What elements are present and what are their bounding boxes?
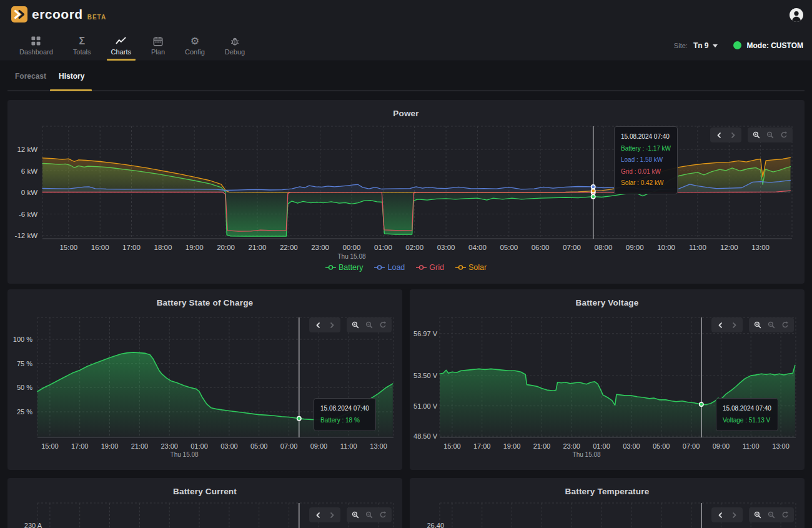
svg-text:03:00: 03:00 (220, 442, 238, 450)
svg-text:10:00: 10:00 (657, 244, 675, 251)
tooltip-rows: Voltage : 51.13 V (723, 415, 771, 427)
pan-left-button[interactable] (312, 319, 324, 331)
nav-item-charts[interactable]: Charts (103, 30, 139, 61)
svg-text:23:00: 23:00 (161, 442, 178, 450)
svg-text:03:00: 03:00 (437, 244, 455, 251)
user-avatar-icon[interactable] (790, 8, 803, 22)
pan-right-button[interactable] (325, 319, 338, 331)
tooltip-timestamp: 15.08.2024 07:40 (320, 403, 369, 415)
zoom-in-button[interactable] (751, 509, 764, 521)
zoom-in-button[interactable] (349, 509, 362, 521)
svg-text:13:00: 13:00 (772, 442, 790, 450)
reset-zoom-button[interactable] (779, 509, 791, 521)
pan-right-button[interactable] (726, 129, 739, 141)
pan-right-button[interactable] (325, 509, 338, 521)
nav-label: Config (185, 48, 205, 56)
svg-text:56.97 V: 56.97 V (413, 330, 438, 337)
active-tab-indicator (50, 89, 92, 91)
pan-controls (309, 317, 340, 332)
tooltip-row: Grid : 0.01 kW (621, 166, 671, 178)
svg-text:01:00: 01:00 (191, 442, 208, 450)
site-selector[interactable]: Tn 9 (693, 41, 718, 50)
legend-item-grid[interactable]: Grid (416, 263, 444, 272)
nav-item-debug[interactable]: Debug (217, 30, 253, 61)
svg-text:11:00: 11:00 (743, 442, 760, 450)
reset-zoom-button[interactable] (377, 509, 389, 521)
pan-controls (309, 507, 340, 522)
svg-text:01:00: 01:00 (593, 442, 610, 450)
nav-item-config[interactable]: ⚙ Config (177, 30, 213, 61)
svg-text:07:00: 07:00 (683, 442, 700, 450)
tab-forecast[interactable]: Forecast (15, 72, 46, 81)
zoom-in-button[interactable] (751, 319, 764, 331)
nav-items: Dashboard Σ Totals Charts Plan ⚙ Confi (11, 30, 253, 61)
chart-title: Battery Voltage (410, 289, 805, 307)
pan-right-button[interactable] (728, 509, 740, 521)
svg-text:51.00 V: 51.00 V (413, 402, 438, 410)
svg-text:15:00: 15:00 (41, 442, 59, 450)
pan-left-button[interactable] (714, 319, 726, 331)
legend-item-load[interactable]: Load (374, 263, 405, 272)
tooltip-row: Load : 1.58 kW (621, 154, 671, 166)
pan-right-button[interactable] (728, 319, 740, 331)
legend-item-battery[interactable]: Battery (325, 263, 364, 272)
gear-icon: ⚙ (191, 36, 199, 47)
svg-text:05:00: 05:00 (653, 442, 670, 450)
chart-controls (710, 127, 793, 142)
tooltip-row: Battery : 18 % (320, 415, 369, 427)
zoom-out-button[interactable] (363, 319, 375, 331)
top-header: ercoord BETA (0, 0, 812, 30)
power-legend: Battery Load Grid Solar (7, 263, 805, 272)
pan-left-button[interactable] (714, 509, 726, 521)
chart-controls (309, 317, 392, 332)
bug-icon (230, 36, 240, 47)
nav-item-plan[interactable]: Plan (143, 30, 173, 61)
tooltip-row: Voltage : 51.13 V (723, 415, 771, 427)
zoom-out-button[interactable] (764, 129, 776, 141)
reset-zoom-button[interactable] (377, 319, 389, 331)
mode-indicator: Mode: CUSTOM (733, 41, 803, 50)
power-chart[interactable]: 15:0016:0017:0018:0019:0020:0021:0022:00… (7, 100, 805, 284)
pan-left-button[interactable] (312, 509, 324, 521)
reset-zoom-button[interactable] (778, 129, 790, 141)
svg-text:21:00: 21:00 (131, 442, 149, 450)
zoom-in-button[interactable] (349, 319, 362, 331)
reset-zoom-button[interactable] (779, 319, 791, 331)
svg-text:01:00: 01:00 (374, 244, 392, 251)
svg-text:21:00: 21:00 (533, 442, 551, 450)
dashboard-grid-icon (31, 36, 41, 47)
svg-text:13:00: 13:00 (370, 442, 387, 450)
chart-tabbar: Forecast History (0, 61, 812, 95)
zoom-out-button[interactable] (363, 509, 375, 521)
tooltip-timestamp: 15.08.2024 07:40 (723, 403, 771, 415)
zoom-out-button[interactable] (765, 509, 778, 521)
soc-chart[interactable]: 15:0017:0019:0021:0023:0001:0003:0005:00… (7, 289, 402, 470)
svg-text:09:00: 09:00 (310, 442, 328, 450)
zoom-out-button[interactable] (765, 319, 778, 331)
power-tooltip: 15.08.2024 07:40 Battery : -1.17 kWLoad … (614, 126, 678, 194)
voltage-chart-panel: Battery Voltage 15:0017:0019:0021:0023:0… (410, 289, 805, 470)
chart-controls (711, 317, 794, 332)
legend-label: Load (387, 263, 405, 272)
tab-history[interactable]: History (59, 72, 84, 81)
zoom-in-button[interactable] (750, 129, 763, 141)
tab-divider (7, 91, 805, 91)
svg-text:23:00: 23:00 (311, 244, 329, 251)
nav-item-dashboard[interactable]: Dashboard (11, 30, 61, 61)
svg-text:75 %: 75 % (17, 360, 32, 367)
svg-text:02:00: 02:00 (405, 244, 423, 251)
svg-text:22:00: 22:00 (280, 244, 298, 251)
temperature-chart-panel: Battery Temperature 26.40 (410, 478, 805, 528)
svg-text:17:00: 17:00 (473, 442, 491, 450)
sigma-icon: Σ (79, 36, 85, 47)
legend-marker-icon (416, 264, 427, 271)
voltage-chart[interactable]: 15:0017:0019:0021:0023:0001:0003:0005:00… (410, 289, 805, 470)
pan-left-button[interactable] (713, 129, 725, 141)
legend-label: Battery (339, 263, 364, 272)
svg-text:50 %: 50 % (17, 384, 32, 391)
svg-text:48.50 V: 48.50 V (413, 432, 438, 440)
svg-text:230 A: 230 A (24, 522, 42, 528)
mode-label: Mode: CUSTOM (747, 41, 803, 50)
nav-item-totals[interactable]: Σ Totals (65, 30, 99, 61)
legend-item-solar[interactable]: Solar (455, 263, 487, 272)
